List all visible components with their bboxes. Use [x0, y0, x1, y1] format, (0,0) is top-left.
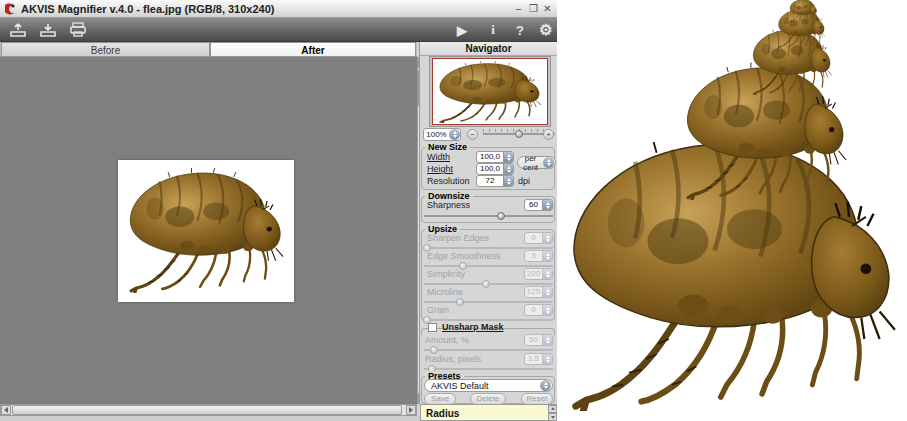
print-button[interactable]	[66, 20, 90, 40]
flea-image	[126, 166, 286, 293]
flea-smallest	[789, 0, 818, 22]
presets-dropdown[interactable]: AKVIS Default	[424, 379, 553, 392]
open-icon	[9, 22, 27, 38]
unsharp-mask-checkbox[interactable]	[428, 323, 437, 332]
zoom-in-button[interactable]: +	[543, 129, 554, 140]
zoom-combo[interactable]: 100%	[423, 128, 461, 141]
after-image	[118, 160, 294, 302]
hint-scroll-up-icon[interactable]	[548, 405, 557, 413]
microline-label: Microline	[427, 287, 463, 297]
sharpen-edges-label: Sharpen Edges	[427, 233, 489, 243]
app-logo-icon	[3, 2, 17, 16]
height-label: Height	[427, 164, 453, 174]
microline-spinner-icon	[542, 287, 552, 297]
hint-text: Radius	[426, 408, 459, 419]
preset-selected-value: AKVIS Default	[425, 381, 540, 391]
simplicity-label: Simplicity	[427, 269, 465, 279]
amount-value: 50	[525, 335, 542, 345]
amount-slider-thumb	[430, 346, 438, 354]
width-value[interactable]: 100,0	[477, 152, 503, 162]
grain-label: Grain	[427, 305, 449, 315]
resolution-spinner-icon[interactable]	[503, 176, 513, 186]
save-image-button[interactable]	[36, 20, 60, 40]
resolution-value[interactable]: 72	[477, 176, 503, 186]
zoom-value: 100%	[424, 129, 449, 140]
app-window: AKVIS Magnifier v.4.0 - flea.jpg (RGB/8,…	[0, 0, 557, 421]
edge-smoothness-value: 3	[525, 251, 542, 261]
run-button[interactable]: ▶	[450, 20, 474, 40]
resolution-input[interactable]: 72	[476, 175, 514, 187]
zoom-out-button[interactable]: −	[467, 129, 478, 140]
sharpness-label: Sharpness	[427, 200, 470, 210]
zoom-slider-thumb[interactable]	[515, 130, 523, 138]
hint-bar: Radius	[420, 404, 557, 421]
width-input[interactable]: 100,0	[476, 151, 514, 163]
height-spinner-icon[interactable]	[503, 164, 513, 174]
width-label: Width	[427, 152, 450, 162]
amount-label: Amount, %	[425, 335, 469, 345]
navigator-thumbnail[interactable]	[432, 58, 548, 125]
microline-value: 125	[525, 287, 542, 297]
hscroll-thumb[interactable]	[12, 405, 402, 415]
about-button[interactable]: i	[481, 20, 505, 40]
scroll-left-icon[interactable]	[1, 405, 11, 415]
sharpness-slider[interactable]	[424, 211, 553, 220]
amount-spinner-icon	[542, 335, 552, 345]
navigator-view-frame[interactable]	[432, 58, 548, 125]
height-value[interactable]: 100,0	[477, 164, 503, 174]
navigator-header: Navigator	[419, 42, 557, 56]
help-button[interactable]: ?	[508, 20, 532, 40]
tab-after[interactable]: After	[210, 42, 416, 57]
radius-value: 1.5	[525, 354, 542, 364]
maximize-button[interactable]: ❐	[527, 2, 540, 15]
screenshot-root: AKVIS Magnifier v.4.0 - flea.jpg (RGB/8,…	[0, 0, 907, 421]
units-dropdown[interactable]: per cent	[517, 156, 556, 169]
units-value: per cent	[518, 154, 543, 172]
window-title: AKVIS Magnifier v.4.0 - flea.jpg (RGB/8,…	[21, 3, 275, 15]
simplicity-spinner-icon	[542, 269, 552, 279]
toolbar: ▶ i ? ⚙	[0, 18, 557, 42]
radius-spinner-icon	[542, 354, 552, 364]
hint-scrollbar[interactable]	[548, 405, 557, 420]
title-bar[interactable]: AKVIS Magnifier v.4.0 - flea.jpg (RGB/8,…	[0, 0, 557, 18]
hint-scroll-down-icon[interactable]	[548, 413, 557, 421]
sharpness-input[interactable]: 60	[524, 199, 553, 211]
grain-spinner-icon	[542, 305, 552, 315]
units-dropdown-icon[interactable]	[543, 157, 554, 168]
height-input[interactable]: 100,0	[476, 163, 514, 175]
unsharp-mask-title: Unsharp Mask	[442, 322, 504, 332]
edge-smoothness-spinner-icon	[542, 251, 552, 261]
grain-value: 0	[525, 305, 542, 315]
sharpness-slider-thumb[interactable]	[497, 212, 505, 220]
settings-button[interactable]: ⚙	[534, 20, 558, 40]
navigator-panel[interactable]	[429, 56, 551, 127]
open-image-button[interactable]	[6, 20, 30, 40]
flea-cascade-illustration	[557, 0, 907, 421]
sharpen-edges-spinner-icon	[542, 233, 552, 243]
scroll-right-icon[interactable]	[406, 405, 416, 415]
print-icon	[69, 22, 87, 38]
presets-dropdown-icon[interactable]	[540, 380, 551, 391]
dpi-label: dpi	[518, 176, 530, 186]
minimize-button[interactable]: –	[512, 2, 525, 15]
new-size-title: New Size	[425, 142, 470, 152]
close-button[interactable]: ✕	[541, 2, 554, 15]
image-canvas[interactable]	[0, 57, 417, 404]
window-bottom-edge	[0, 416, 420, 421]
save-icon	[39, 22, 57, 38]
sharpen-edges-value: 0	[525, 233, 542, 243]
canvas-hscrollbar[interactable]	[0, 404, 417, 416]
sharpness-value[interactable]: 60	[525, 200, 542, 210]
sharpness-spinner-icon[interactable]	[542, 200, 552, 210]
width-spinner-icon[interactable]	[503, 152, 513, 162]
simplicity-value: 200	[525, 269, 542, 279]
view-tabbar: Before After	[0, 42, 417, 57]
zoom-dropdown-icon[interactable]	[449, 129, 460, 140]
edge-smoothness-label: Edge Smoothness	[427, 251, 501, 261]
tab-before[interactable]: Before	[1, 42, 210, 57]
microline-slider-thumb	[456, 298, 464, 306]
radius-label: Radius, pixels	[425, 354, 481, 364]
simplicity-slider-thumb	[482, 280, 490, 288]
resolution-label: Resolution	[427, 176, 470, 186]
